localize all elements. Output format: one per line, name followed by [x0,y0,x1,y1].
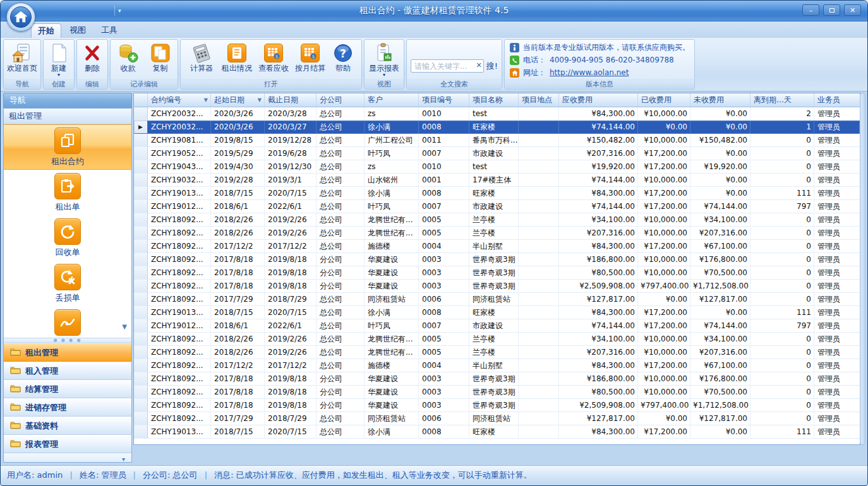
table-row[interactable]: ZCHY18092...2017/12/22017/12/2总公司施德楼0004… [134,359,860,372]
table-cell: 0 [750,359,814,372]
sidebar-group-settlement[interactable]: 结算管理 [4,380,131,398]
table-cell: ¥10,000.00 [638,227,690,240]
show-report-dropdown-icon[interactable]: ▾ [383,73,385,77]
table-cell: ¥34,100.00 [559,213,638,227]
sidebar-group-base-data[interactable]: 基础资料 [4,417,131,435]
welcome-home-button[interactable]: 欢迎首页 [5,41,39,73]
table-row[interactable]: ZCHY18092...2017/8/182019/8/18分公司华夏建设000… [134,399,860,412]
table-cell: 2022/6/1 [265,319,316,333]
table-row[interactable]: ZCHY19032...2019/2/282019/3/1总公司山水铭州0001… [134,174,860,187]
table-row[interactable]: ZCHY18092...2018/2/262019/2/26总公司龙腾世纪有..… [134,227,860,240]
column-header-label: 离到期…天 [754,95,792,104]
column-header-12[interactable]: 业务员 [814,93,860,107]
search-button[interactable]: 搜! [486,61,498,72]
table-row[interactable]: ZCHY19043...2019/4/302019/12/30总公司zs0010… [134,160,860,174]
table-cell: ¥0.00 [690,174,750,187]
table-row[interactable]: ZCHY19013...2018/7/152020/7/15总公司徐小满0008… [134,306,860,319]
collect-payment-button[interactable]: 收款 [112,41,144,73]
app-menu-button[interactable] [6,3,35,32]
table-cell: ¥127,817.00 [690,412,750,425]
sidebar-item-recovery-order[interactable]: 回收单 [4,215,131,261]
search-clear-icon[interactable]: ✕ [476,61,482,69]
search-input[interactable] [411,59,484,73]
ribbon-group-record-edit: 收款 复制 记录编辑 [110,39,178,90]
table-cell: 2017/8/18 [211,372,265,386]
table-header-row: 合约编号▼起始日期▼截止日期分公司客户项目编号项目名称项目地点应收费用已收费用未… [134,93,860,107]
sidebar-group-rent-out[interactable]: 租出管理 [4,343,131,362]
maximize-button[interactable] [823,4,840,16]
collapse-groups-icon[interactable]: ▾ [4,453,131,463]
table-row[interactable]: ZCHY19013...2018/7/152020/7/15总公司徐小满0008… [134,187,860,200]
table-row[interactable]: ZCHY18092...2017/7/292018/7/29总公司同济租赁站00… [134,293,860,306]
column-header-11[interactable]: 离到期…天 [750,93,814,107]
tab-tools[interactable]: 工具 [94,23,124,38]
sidebar-item-rental-contract[interactable]: 租出合约 [4,124,131,170]
column-header-8[interactable]: 应收费用 [559,93,638,107]
table-cell: ¥17,200.00 [638,306,690,319]
table-row[interactable]: ZCHY19013...2018/7/152020/7/15总公司徐小满0008… [134,425,860,439]
curve-icon [54,309,81,336]
copy-button[interactable]: 复制 [144,41,176,73]
table-row[interactable]: ZCHY18092...2017/8/182019/8/18分公司华夏建设000… [134,266,860,280]
sidebar-group-reports[interactable]: 报表管理 [4,435,131,453]
view-receivable-button[interactable]: $ 查看应收 [255,41,292,73]
table-row[interactable]: ZCHY20032...2020/3/262020/3/28总公司zs0010t… [134,107,860,121]
table-row[interactable]: ZCHY18092...2017/8/182019/8/18分公司华夏建设000… [134,386,860,399]
table-cell: ZCHY18092... [148,359,211,372]
show-report-button[interactable]: 显示报表 ▾ [366,41,402,77]
filter-icon[interactable]: ▼ [258,93,262,107]
rental-status-button[interactable]: 租出情况 [219,41,255,73]
column-header-4[interactable]: 客户 [365,93,419,107]
vertical-scrollbar[interactable] [860,93,865,445]
table-row[interactable]: ZCHY19012...2018/6/12022/6/1总公司叶巧凤0007市政… [134,200,860,213]
table-row[interactable]: ZCHY18092...2018/2/262019/2/26总公司龙腾世纪有..… [134,346,860,359]
help-button[interactable]: ? 帮助 [329,41,358,73]
table-row[interactable]: ZCHY18092...2017/8/182019/8/18分公司华夏建设000… [134,253,860,266]
table-cell: ¥10,000.00 [638,253,690,266]
table-row[interactable]: ▶ZCHY20032...2020/3/262020/3/27总公司徐小满000… [134,121,860,134]
website-link[interactable]: http://www.aolan.net [550,68,629,78]
tab-view[interactable]: 视图 [63,23,93,38]
table-row[interactable]: ZCHY18092...2017/7/292018/7/29总公司同济租赁站00… [134,412,860,425]
column-header-5[interactable]: 项目编号 [419,93,469,107]
row-indicator [134,386,148,399]
column-header-0[interactable]: 合约编号▼ [148,93,211,107]
table-row[interactable]: ZCHY19052...2019/5/292019/6/28总公司叶巧凤0007… [134,147,860,160]
minimize-button[interactable]: – [802,4,819,16]
calculator-button[interactable]: 计算器 [184,41,219,73]
column-header-6[interactable]: 项目名称 [469,93,519,107]
table-row[interactable]: ZCHY18092...2018/2/262019/2/26总公司龙腾世纪有..… [134,213,860,227]
table-row[interactable]: ZCHY18092...2017/8/182019/8/18分公司华夏建设000… [134,280,860,293]
table-row[interactable]: ZCHY19081...2019/8/152019/12/28总公司广州工程公司… [134,134,860,147]
nav-scroll-down-icon[interactable]: ▼ [122,323,127,330]
sidebar-item-loss-order[interactable]: 丢损单 [4,261,131,306]
table-row[interactable]: ZCHY18092...2018/2/262019/2/26总公司龙腾世纪有..… [134,333,860,346]
sidebar-group-rent-in[interactable]: 租入管理 [4,362,131,380]
delete-button[interactable]: 删除 [78,41,106,73]
table-cell: ZCHY18092... [148,293,211,306]
tab-home[interactable]: 开始 [31,23,61,38]
table-cell: 2019/8/18 [265,372,316,386]
table-cell: ZCHY19012... [148,319,211,333]
table-cell: 华夏建设 [365,280,419,293]
new-button[interactable]: 新建 ▾ [45,41,73,77]
table-row[interactable]: ZCHY19012...2018/6/12022/6/1总公司叶巧凤0007市政… [134,319,860,333]
table-cell: ¥34,100.00 [559,333,638,346]
column-header-3[interactable]: 分公司 [316,93,365,107]
monthly-settlement-button[interactable]: $ 按月结算 [292,41,329,73]
filter-icon[interactable]: ▼ [204,93,208,107]
column-header-1[interactable]: 起始日期▼ [211,93,265,107]
column-header-2[interactable]: 截止日期 [265,93,316,107]
table-cell: 华夏建设 [365,399,419,412]
sidebar-group-inventory[interactable]: 进销存管理 [4,398,131,417]
column-header-9[interactable]: 已收费用 [638,93,690,107]
table-row[interactable]: ZCHY18092...2017/8/182019/8/18分公司华夏建设000… [134,372,860,386]
column-header-10[interactable]: 未收费用 [690,93,750,107]
splitter-handle[interactable]: ● ● ● ● [4,338,131,343]
column-header-7[interactable]: 项目地点 [519,93,559,107]
sidebar-item-price-adjust-order[interactable]: 调价单 [4,306,131,338]
new-dropdown-icon[interactable]: ▾ [57,73,60,77]
sidebar-item-rent-out-order[interactable]: 租出单 [4,170,131,215]
table-row[interactable]: ZCHY18092...2017/12/22017/12/2总公司施德楼0004… [134,240,860,253]
close-button[interactable]: ✕ [844,4,861,16]
